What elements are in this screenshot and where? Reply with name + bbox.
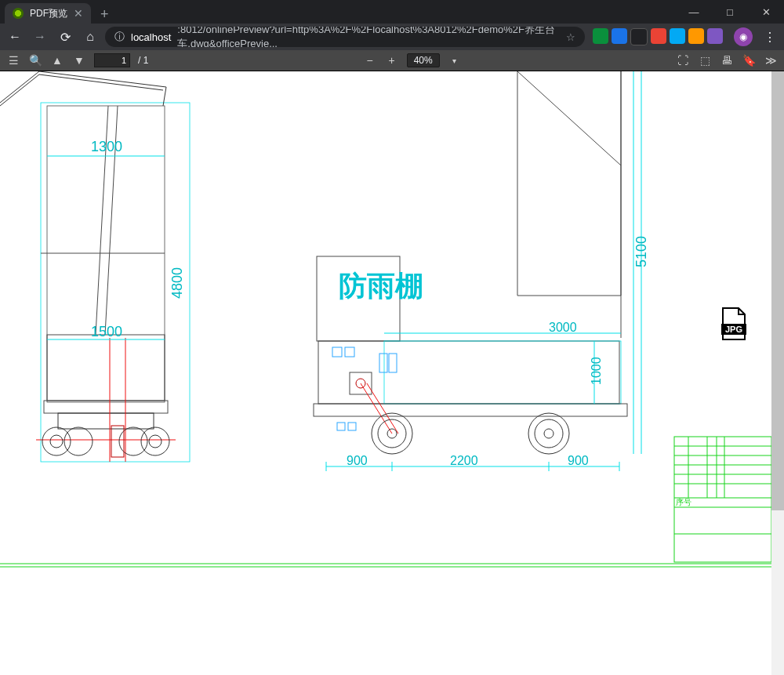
dim-label: 3000 xyxy=(549,321,577,334)
extension-tray xyxy=(593,28,723,45)
page-number-input[interactable] xyxy=(94,53,130,67)
zoom-dropdown-icon[interactable]: ▾ xyxy=(448,53,462,67)
svg-point-16 xyxy=(119,427,147,455)
print-icon[interactable]: 🖶 xyxy=(720,53,734,67)
svg-line-35 xyxy=(361,383,392,434)
extension-icon[interactable] xyxy=(651,28,666,44)
svg-rect-27 xyxy=(332,347,342,357)
url-host: localhost xyxy=(131,31,171,43)
export-jpg-button[interactable]: JPG xyxy=(718,307,750,341)
zoom-select[interactable]: 40% xyxy=(407,53,440,67)
extension-icon[interactable] xyxy=(593,28,608,44)
pdf-viewport[interactable]: 1300 4800 1500 xyxy=(0,71,784,675)
svg-rect-30 xyxy=(389,354,397,372)
svg-rect-29 xyxy=(379,354,387,372)
dim-label: 900 xyxy=(568,454,589,467)
svg-rect-28 xyxy=(345,347,354,357)
nav-home-button[interactable]: ⌂ xyxy=(80,27,100,47)
dim-label: 5100 xyxy=(633,236,649,267)
extension-icon[interactable] xyxy=(707,28,723,44)
titleblock-header: 序号 xyxy=(676,498,691,506)
drawing-main-label: 防雨棚 xyxy=(339,270,423,302)
window-close-button[interactable]: ✕ xyxy=(748,0,784,24)
dim-label: 1000 xyxy=(590,357,603,385)
nav-back-button[interactable]: ← xyxy=(5,27,25,47)
dim-label: 1300 xyxy=(91,139,122,154)
svg-rect-25 xyxy=(384,341,621,404)
svg-rect-8 xyxy=(44,401,168,413)
dim-label: 900 xyxy=(347,454,368,467)
profile-avatar[interactable]: ◉ xyxy=(734,27,753,46)
pdf-toolbar: ☰ 🔍 ▲ ▼ / 1 − + 40% ▾ ⛶ ⬚ 🖶 🔖 ≫ xyxy=(0,50,784,71)
browser-menu-button[interactable]: ⋮ xyxy=(760,30,779,45)
page-total: / 1 xyxy=(138,55,148,66)
dim-label: 4800 xyxy=(169,267,185,299)
zoom-out-icon[interactable]: − xyxy=(363,53,377,67)
svg-rect-19 xyxy=(111,426,124,457)
browser-toolbar: ← → ⟳ ⌂ ⓘ localhost :8012/onlinePreview?… xyxy=(0,24,784,50)
window-minimize-button[interactable]: — xyxy=(676,0,712,24)
svg-point-15 xyxy=(64,427,93,455)
extension-icon[interactable] xyxy=(688,28,704,44)
page-up-icon[interactable]: ▲ xyxy=(50,53,64,67)
tab-title: PDF预览 xyxy=(30,7,67,20)
vertical-scrollbar[interactable] xyxy=(771,71,784,675)
window-maximize-button[interactable]: □ xyxy=(712,0,748,24)
svg-rect-7 xyxy=(47,335,165,401)
page-down-icon[interactable]: ▼ xyxy=(72,53,86,67)
extension-icon[interactable] xyxy=(670,28,685,44)
browser-tab[interactable]: PDF预览 ✕ xyxy=(5,3,91,24)
bookmark-star-icon[interactable]: ☆ xyxy=(566,31,575,43)
dim-label: 1500 xyxy=(91,324,122,339)
address-bar[interactable]: ⓘ localhost :8012/onlinePreview?url=http… xyxy=(105,27,585,47)
more-tools-icon[interactable]: ≫ xyxy=(764,53,778,67)
svg-rect-26 xyxy=(314,404,627,416)
search-icon[interactable]: 🔍 xyxy=(28,53,42,67)
svg-point-18 xyxy=(149,435,162,448)
scrollbar-thumb[interactable] xyxy=(771,71,784,510)
nav-forward-button[interactable]: → xyxy=(30,27,50,47)
bookmark-icon[interactable]: 🔖 xyxy=(742,53,756,67)
zoom-in-icon[interactable]: + xyxy=(385,53,399,67)
open-file-icon[interactable]: ⬚ xyxy=(698,53,712,67)
tab-close-icon[interactable]: ✕ xyxy=(74,8,83,19)
svg-rect-31 xyxy=(337,423,345,430)
nav-reload-button[interactable]: ⟳ xyxy=(55,27,75,47)
svg-rect-32 xyxy=(348,423,356,430)
favicon-icon xyxy=(13,8,24,19)
window-controls: — □ ✕ xyxy=(676,0,784,24)
window-titlebar: PDF预览 ✕ + — □ ✕ xyxy=(0,0,784,24)
svg-line-36 xyxy=(367,383,398,434)
svg-rect-9 xyxy=(58,413,154,429)
svg-point-41 xyxy=(535,419,563,448)
sidebar-toggle-icon[interactable]: ☰ xyxy=(6,53,20,67)
site-info-icon[interactable]: ⓘ xyxy=(114,30,125,44)
jpg-badge-label: JPG xyxy=(725,325,742,334)
cad-drawing: 1300 4800 1500 xyxy=(0,71,771,675)
dim-label: 2200 xyxy=(450,454,478,467)
fullscreen-icon[interactable]: ⛶ xyxy=(676,53,690,67)
extension-icon[interactable] xyxy=(612,28,627,44)
svg-point-13 xyxy=(42,427,71,455)
url-path: :8012/onlinePreview?url=http%3A%2F%2Floc… xyxy=(177,27,560,47)
svg-point-14 xyxy=(50,435,63,448)
svg-point-17 xyxy=(141,427,169,455)
extension-icon[interactable] xyxy=(630,28,648,45)
new-tab-button[interactable]: + xyxy=(100,6,109,23)
svg-point-42 xyxy=(544,429,554,438)
